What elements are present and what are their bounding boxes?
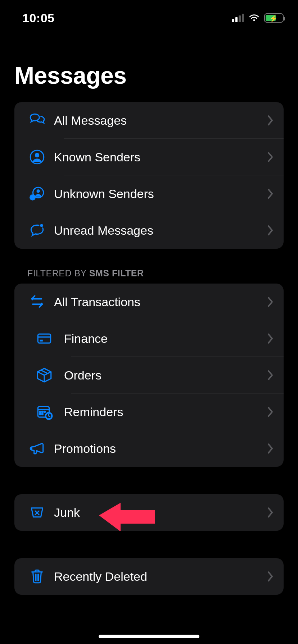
group-sms-filter: All Transactions Finance — [14, 284, 284, 467]
row-reminders[interactable]: Reminders — [14, 394, 284, 430]
row-label: Reminders — [57, 405, 267, 419]
battery-icon: ⚡ — [264, 13, 284, 23]
person-question-icon: ? — [24, 185, 50, 203]
svg-point-12 — [40, 411, 41, 412]
battery-charging-icon: ⚡ — [269, 14, 278, 23]
row-label: Unread Messages — [50, 224, 267, 238]
cell-signal-icon — [232, 14, 244, 22]
group-main-filters: All Messages Known Senders — [14, 102, 284, 249]
wifi-icon — [248, 14, 260, 22]
chevron-right-icon — [267, 406, 274, 417]
chevron-right-icon — [267, 152, 274, 162]
row-orders[interactable]: Orders — [14, 357, 284, 394]
row-label: Junk — [50, 506, 267, 520]
row-all-transactions[interactable]: All Transactions — [14, 284, 284, 320]
svg-point-1 — [35, 153, 40, 158]
chevron-right-icon — [267, 296, 274, 307]
chevron-right-icon — [267, 333, 274, 344]
svg-point-16 — [42, 414, 43, 415]
svg-rect-9 — [40, 340, 43, 341]
chevron-right-icon — [267, 507, 274, 518]
package-box-icon — [24, 366, 57, 384]
chevron-right-icon — [267, 188, 274, 199]
group-recently-deleted: Recently Deleted — [14, 558, 284, 595]
junk-bin-icon — [24, 503, 50, 521]
row-label: Unknown Senders — [50, 187, 267, 201]
credit-card-icon — [24, 330, 57, 348]
section-header-filter-name: SMS FILTER — [89, 268, 144, 278]
row-label: Recently Deleted — [50, 570, 267, 584]
chevron-right-icon — [267, 115, 274, 126]
row-label: Known Senders — [50, 150, 267, 164]
svg-rect-7 — [38, 334, 50, 343]
status-icons: ⚡ — [232, 13, 284, 23]
row-label: Finance — [57, 332, 267, 346]
row-label: All Messages — [50, 114, 267, 128]
page-title: Messages — [0, 36, 298, 102]
svg-point-13 — [42, 411, 43, 412]
trash-icon — [24, 567, 50, 585]
row-junk[interactable]: Junk — [14, 494, 284, 531]
svg-point-3 — [36, 189, 40, 193]
svg-point-15 — [40, 414, 41, 415]
svg-text:?: ? — [31, 196, 34, 200]
row-recently-deleted[interactable]: Recently Deleted — [14, 558, 284, 595]
svg-point-14 — [44, 411, 45, 412]
megaphone-icon — [24, 440, 50, 457]
chevron-right-icon — [267, 443, 274, 454]
row-finance[interactable]: Finance — [14, 320, 284, 357]
chevron-right-icon — [267, 370, 274, 381]
status-bar: 10:05 ⚡ — [0, 0, 298, 36]
row-known-senders[interactable]: Known Senders — [14, 139, 284, 175]
chevron-right-icon — [267, 571, 274, 582]
svg-point-6 — [40, 224, 43, 227]
row-label: Promotions — [50, 442, 267, 456]
chat-bubble-dot-icon — [24, 221, 50, 239]
row-promotions[interactable]: Promotions — [14, 430, 284, 467]
home-indicator — [99, 635, 199, 638]
row-unread-messages[interactable]: Unread Messages — [14, 212, 284, 249]
arrows-swap-icon — [24, 293, 50, 311]
chevron-right-icon — [267, 225, 274, 236]
person-circle-icon — [24, 148, 50, 166]
section-header-prefix: FILTERED BY — [27, 268, 89, 278]
section-header-filtered: FILTERED BY SMS FILTER — [14, 249, 284, 284]
row-unknown-senders[interactable]: ? Unknown Senders — [14, 175, 284, 212]
chat-bubbles-icon — [24, 111, 50, 129]
group-junk: Junk — [14, 494, 284, 531]
row-label: Orders — [57, 368, 267, 382]
calendar-clock-icon — [24, 403, 57, 421]
row-all-messages[interactable]: All Messages — [14, 102, 284, 139]
status-time: 10:05 — [14, 11, 54, 25]
row-label: All Transactions — [50, 295, 267, 309]
